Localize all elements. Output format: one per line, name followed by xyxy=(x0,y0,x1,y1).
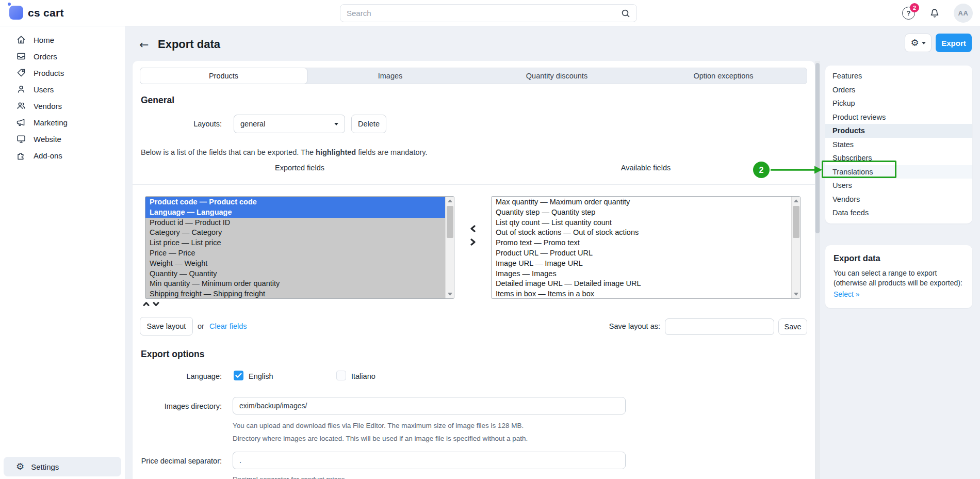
list-item[interactable]: Items in box — Items in a box xyxy=(492,289,791,299)
avatar[interactable]: AA xyxy=(954,4,973,23)
language-italiano-checkbox[interactable] xyxy=(336,371,346,380)
available-fields-listbox[interactable]: Max quantity — Maximum order quantity Qu… xyxy=(491,196,801,299)
move-left-icon[interactable] xyxy=(470,225,476,232)
global-search[interactable] xyxy=(340,4,637,22)
export-range-text: You can select a range to export (otherw… xyxy=(825,268,972,288)
export-type-translations[interactable]: Translations xyxy=(825,165,972,179)
language-english-label: English xyxy=(249,372,273,380)
list-item[interactable]: Detailed image URL — Detailed image URL xyxy=(492,279,791,289)
move-right-icon[interactable] xyxy=(470,238,476,246)
search-icon[interactable] xyxy=(621,9,630,18)
sidebar-item-marketing[interactable]: Marketing xyxy=(0,114,125,131)
scroll-up-icon[interactable] xyxy=(792,197,801,205)
tab-images[interactable]: Images xyxy=(307,68,473,84)
list-item[interactable]: Image URL — Image URL xyxy=(492,259,791,269)
cscart-logo[interactable]: cs cart xyxy=(9,6,64,20)
orders-icon xyxy=(16,51,26,61)
page-title: Export data xyxy=(158,38,220,51)
language-english-checkbox[interactable] xyxy=(234,371,243,380)
price-separator-input[interactable] xyxy=(233,452,626,469)
list-item[interactable]: Images — Images xyxy=(492,269,791,279)
export-type-data-feeds[interactable]: Data feeds xyxy=(825,206,972,220)
sidebar-item-addons[interactable]: Add-ons xyxy=(0,147,125,164)
price-separator-label: Price decimal separator: xyxy=(133,457,222,465)
sidebar-item-label: Users xyxy=(34,85,54,94)
cscart-logo-icon xyxy=(9,6,23,20)
list-item[interactable]: Language — Language xyxy=(145,207,445,218)
list-item[interactable]: Product URL — Product URL xyxy=(492,248,791,259)
exported-fields-listbox[interactable]: Product code — Product code Language — L… xyxy=(145,196,454,299)
sidebar-item-label: Settings xyxy=(31,462,59,471)
divider xyxy=(133,184,815,185)
export-type-products[interactable]: Products xyxy=(825,124,972,138)
export-type-subscribers[interactable]: Subscribers xyxy=(825,151,972,165)
sidebar-item-label: Products xyxy=(34,69,64,77)
exported-fields-label: Exported fields xyxy=(145,164,454,172)
list-item[interactable]: Category — Category xyxy=(145,228,445,238)
list-item[interactable]: Product code — Product code xyxy=(145,197,445,207)
scroll-down-icon[interactable] xyxy=(446,290,454,298)
sidebar-item-orders[interactable]: Orders xyxy=(0,48,125,65)
sidebar-item-label: Add-ons xyxy=(34,151,62,160)
back-arrow-button[interactable]: ← xyxy=(139,38,149,51)
sidebar-item-website[interactable]: Website xyxy=(0,131,125,147)
sidebar-item-label: Home xyxy=(34,36,54,44)
listbox-scrollbar[interactable] xyxy=(791,197,800,298)
export-button[interactable]: Export xyxy=(936,34,972,52)
list-item[interactable]: Min quantity — Minimum order quantity xyxy=(145,279,445,289)
clear-fields-link[interactable]: Clear fields xyxy=(209,322,247,330)
select-range-link[interactable]: Select » xyxy=(825,288,868,298)
list-item[interactable]: Max quantity — Maximum order quantity xyxy=(492,197,791,207)
save-layout-as-label: Save layout as: xyxy=(571,322,660,330)
list-item[interactable]: Product id — Product ID xyxy=(145,218,445,228)
puzzle-icon xyxy=(16,150,26,161)
notifications-button[interactable] xyxy=(929,8,940,19)
sidebar-item-settings[interactable]: ⚙ Settings xyxy=(4,457,121,476)
tab-products[interactable]: Products xyxy=(140,68,307,84)
list-item[interactable]: List qty count — List quantity count xyxy=(492,218,791,228)
tab-quantity-discounts[interactable]: Quantity discounts xyxy=(473,68,640,84)
list-item[interactable]: Shipping freight — Shipping freight xyxy=(145,289,445,299)
list-item[interactable]: Weight — Weight xyxy=(145,259,445,269)
images-directory-input[interactable] xyxy=(233,397,626,414)
save-layout-button[interactable]: Save layout xyxy=(140,317,193,336)
export-type-states[interactable]: States xyxy=(825,138,972,152)
scrollbar-thumb[interactable] xyxy=(815,63,820,233)
reorder-down-icon[interactable] xyxy=(153,301,159,307)
settings-dropdown-button[interactable]: ⚙ xyxy=(905,34,932,52)
list-item[interactable]: Price — Price xyxy=(145,248,445,259)
save-layout-as-input[interactable] xyxy=(665,318,774,335)
export-type-vendors[interactable]: Vendors xyxy=(825,193,972,206)
export-type-users[interactable]: Users xyxy=(825,179,972,193)
tab-option-exceptions[interactable]: Option exceptions xyxy=(640,68,807,84)
export-type-features[interactable]: Features xyxy=(825,69,972,83)
list-item[interactable]: List price — List price xyxy=(145,238,445,248)
export-type-product-reviews[interactable]: Product reviews xyxy=(825,110,972,124)
content-scrollbar[interactable] xyxy=(815,61,820,479)
list-item[interactable]: Quantity — Quantity xyxy=(145,269,445,279)
export-type-orders[interactable]: Orders xyxy=(825,83,972,97)
scrollbar-thumb[interactable] xyxy=(447,206,453,238)
sidebar-item-vendors[interactable]: Vendors xyxy=(0,98,125,114)
list-item[interactable]: Quantity step — Quantity step xyxy=(492,207,791,218)
search-input[interactable] xyxy=(340,9,621,18)
delete-layout-button[interactable]: Delete xyxy=(351,115,386,133)
list-item[interactable]: Out of stock actions — Out of stock acti… xyxy=(492,228,791,238)
scroll-down-icon[interactable] xyxy=(792,290,801,298)
sidebar-item-label: Website xyxy=(34,135,61,143)
export-type-pickup[interactable]: Pickup xyxy=(825,97,972,110)
bell-icon xyxy=(929,8,940,19)
reorder-up-icon[interactable] xyxy=(143,301,150,307)
save-button[interactable]: Save xyxy=(778,318,807,335)
sidebar-item-home[interactable]: Home xyxy=(0,31,125,48)
sidebar-item-products[interactable]: Products xyxy=(0,65,125,81)
help-badge: 2 xyxy=(910,3,919,12)
images-directory-label: Images directory: xyxy=(133,402,222,410)
sidebar-item-users[interactable]: Users xyxy=(0,81,125,98)
listbox-scrollbar[interactable] xyxy=(445,197,454,298)
scrollbar-thumb[interactable] xyxy=(793,206,799,238)
help-menu-button[interactable]: ? 2 xyxy=(902,7,916,20)
layouts-select[interactable]: general xyxy=(234,115,345,133)
list-item[interactable]: Promo text — Promo text xyxy=(492,238,791,248)
scroll-up-icon[interactable] xyxy=(446,197,454,205)
